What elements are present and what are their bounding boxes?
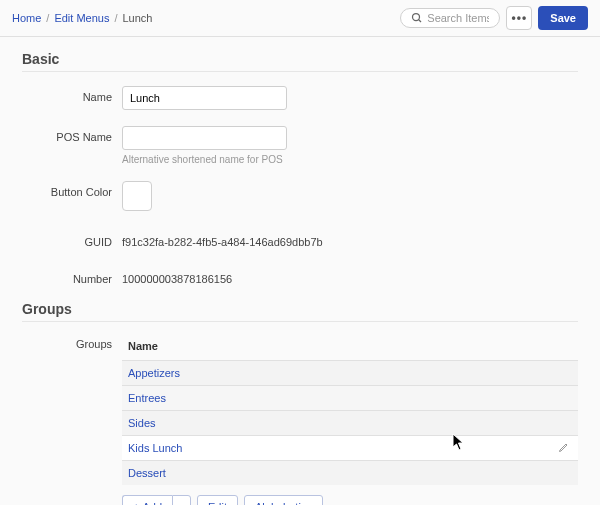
group-row-entrees[interactable]: Entrees	[122, 385, 578, 410]
search-field-wrap[interactable]	[400, 8, 500, 28]
label-name: Name	[22, 86, 122, 103]
value-guid: f91c32fa-b282-4fb5-a484-146ad69dbb7b	[122, 231, 323, 248]
edit-button[interactable]: Edit	[197, 495, 238, 505]
label-pos-name: POS Name	[22, 126, 122, 143]
content-area: Basic Name POS Name Alternative shortene…	[0, 37, 600, 505]
row-button-color: Button Color	[22, 181, 578, 211]
more-menu-button[interactable]: •••	[506, 6, 532, 30]
section-groups-title: Groups	[22, 301, 578, 322]
group-row-label: Kids Lunch	[128, 442, 182, 454]
plus-icon: +	[133, 501, 139, 505]
input-pos-name[interactable]	[122, 126, 287, 150]
top-bar: Home / Edit Menus / Lunch ••• Save	[0, 0, 600, 37]
group-row-dessert[interactable]: Dessert	[122, 460, 578, 485]
label-groups-side: Groups	[22, 336, 122, 350]
breadcrumb-edit-menus[interactable]: Edit Menus	[54, 12, 109, 24]
group-row-appetizers[interactable]: Appetizers	[122, 360, 578, 385]
row-pos-name: POS Name Alternative shortened name for …	[22, 126, 578, 165]
groups-row: Groups Name Appetizers Entrees Sides Kid…	[22, 336, 578, 505]
row-number: Number 100000003878186156	[22, 268, 578, 285]
search-icon	[411, 12, 423, 24]
group-row-sides[interactable]: Sides	[122, 410, 578, 435]
help-pos-name: Alternative shortened name for POS	[122, 154, 287, 165]
groups-table: Name Appetizers Entrees Sides Kids Lunch…	[122, 336, 578, 505]
input-name[interactable]	[122, 86, 287, 110]
svg-point-0	[413, 14, 420, 21]
add-button-label: Add	[142, 501, 162, 505]
add-button[interactable]: + Add	[122, 495, 172, 505]
label-guid: GUID	[22, 231, 122, 248]
label-number: Number	[22, 268, 122, 285]
add-dropdown-caret[interactable]: ▾	[172, 495, 191, 505]
breadcrumb: Home / Edit Menus / Lunch	[12, 12, 152, 24]
top-actions: ••• Save	[400, 6, 588, 30]
groups-column-header: Name	[122, 336, 578, 360]
save-button[interactable]: Save	[538, 6, 588, 30]
breadcrumb-current: Lunch	[123, 12, 153, 24]
breadcrumb-separator: /	[46, 12, 49, 24]
breadcrumb-separator: /	[114, 12, 117, 24]
search-input[interactable]	[427, 12, 489, 24]
breadcrumb-home[interactable]: Home	[12, 12, 41, 24]
edit-row-icon[interactable]	[558, 441, 570, 455]
svg-line-1	[419, 20, 422, 23]
row-guid: GUID f91c32fa-b282-4fb5-a484-146ad69dbb7…	[22, 231, 578, 248]
groups-action-bar: + Add ▾ Edit Alphabetize	[122, 495, 578, 505]
section-basic-title: Basic	[22, 51, 578, 72]
row-name: Name	[22, 86, 578, 110]
label-button-color: Button Color	[22, 181, 122, 198]
alphabetize-button[interactable]: Alphabetize	[244, 495, 324, 505]
group-row-kids-lunch[interactable]: Kids Lunch	[122, 435, 578, 460]
value-number: 100000003878186156	[122, 268, 232, 285]
add-button-group: + Add ▾	[122, 495, 191, 505]
button-color-picker[interactable]	[122, 181, 152, 211]
